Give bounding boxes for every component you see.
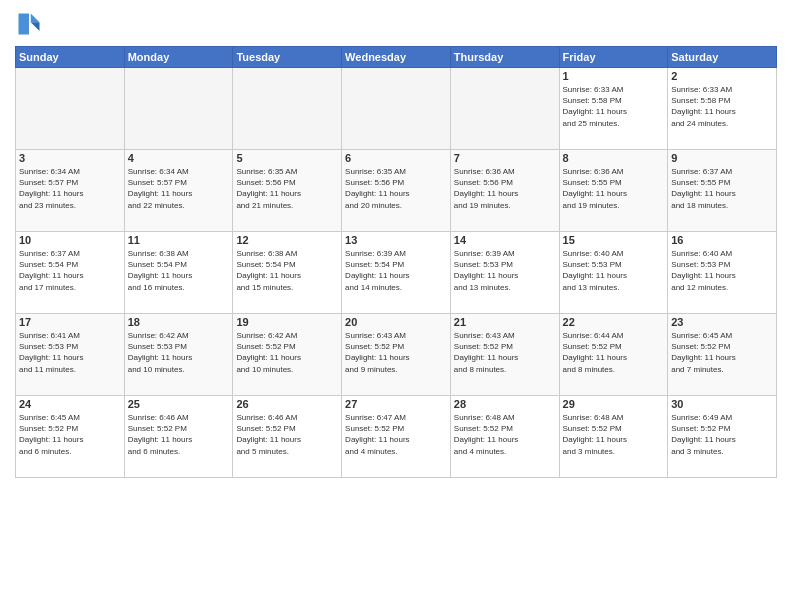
weekday-header-friday: Friday — [559, 47, 668, 68]
day-info: Sunrise: 6:47 AM Sunset: 5:52 PM Dayligh… — [345, 412, 447, 457]
day-number: 15 — [563, 234, 665, 246]
calendar-cell: 16Sunrise: 6:40 AM Sunset: 5:53 PM Dayli… — [668, 232, 777, 314]
calendar-cell: 11Sunrise: 6:38 AM Sunset: 5:54 PM Dayli… — [124, 232, 233, 314]
day-info: Sunrise: 6:38 AM Sunset: 5:54 PM Dayligh… — [236, 248, 338, 293]
day-info: Sunrise: 6:46 AM Sunset: 5:52 PM Dayligh… — [236, 412, 338, 457]
day-number: 26 — [236, 398, 338, 410]
day-number: 22 — [563, 316, 665, 328]
svg-marker-2 — [31, 22, 40, 31]
weekday-header-monday: Monday — [124, 47, 233, 68]
day-info: Sunrise: 6:49 AM Sunset: 5:52 PM Dayligh… — [671, 412, 773, 457]
logo — [15, 10, 47, 38]
day-info: Sunrise: 6:43 AM Sunset: 5:52 PM Dayligh… — [454, 330, 556, 375]
week-row-2: 3Sunrise: 6:34 AM Sunset: 5:57 PM Daylig… — [16, 150, 777, 232]
logo-icon — [15, 10, 43, 38]
day-number: 28 — [454, 398, 556, 410]
day-number: 3 — [19, 152, 121, 164]
weekday-header-saturday: Saturday — [668, 47, 777, 68]
day-info: Sunrise: 6:33 AM Sunset: 5:58 PM Dayligh… — [563, 84, 665, 129]
day-number: 11 — [128, 234, 230, 246]
day-number: 24 — [19, 398, 121, 410]
day-number: 10 — [19, 234, 121, 246]
day-number: 6 — [345, 152, 447, 164]
page-container: SundayMondayTuesdayWednesdayThursdayFrid… — [0, 0, 792, 612]
calendar-cell: 27Sunrise: 6:47 AM Sunset: 5:52 PM Dayli… — [342, 396, 451, 478]
calendar-cell: 30Sunrise: 6:49 AM Sunset: 5:52 PM Dayli… — [668, 396, 777, 478]
svg-rect-3 — [19, 14, 30, 35]
day-number: 29 — [563, 398, 665, 410]
calendar-cell — [16, 68, 125, 150]
day-info: Sunrise: 6:40 AM Sunset: 5:53 PM Dayligh… — [671, 248, 773, 293]
week-row-4: 17Sunrise: 6:41 AM Sunset: 5:53 PM Dayli… — [16, 314, 777, 396]
day-info: Sunrise: 6:46 AM Sunset: 5:52 PM Dayligh… — [128, 412, 230, 457]
calendar-cell: 17Sunrise: 6:41 AM Sunset: 5:53 PM Dayli… — [16, 314, 125, 396]
calendar-cell: 15Sunrise: 6:40 AM Sunset: 5:53 PM Dayli… — [559, 232, 668, 314]
calendar-cell: 24Sunrise: 6:45 AM Sunset: 5:52 PM Dayli… — [16, 396, 125, 478]
day-info: Sunrise: 6:34 AM Sunset: 5:57 PM Dayligh… — [128, 166, 230, 211]
calendar-cell: 23Sunrise: 6:45 AM Sunset: 5:52 PM Dayli… — [668, 314, 777, 396]
day-info: Sunrise: 6:37 AM Sunset: 5:55 PM Dayligh… — [671, 166, 773, 211]
calendar-cell: 19Sunrise: 6:42 AM Sunset: 5:52 PM Dayli… — [233, 314, 342, 396]
calendar-cell: 14Sunrise: 6:39 AM Sunset: 5:53 PM Dayli… — [450, 232, 559, 314]
day-number: 4 — [128, 152, 230, 164]
calendar-cell: 28Sunrise: 6:48 AM Sunset: 5:52 PM Dayli… — [450, 396, 559, 478]
day-number: 12 — [236, 234, 338, 246]
calendar-cell: 26Sunrise: 6:46 AM Sunset: 5:52 PM Dayli… — [233, 396, 342, 478]
calendar-cell: 12Sunrise: 6:38 AM Sunset: 5:54 PM Dayli… — [233, 232, 342, 314]
day-info: Sunrise: 6:39 AM Sunset: 5:54 PM Dayligh… — [345, 248, 447, 293]
day-number: 23 — [671, 316, 773, 328]
day-number: 1 — [563, 70, 665, 82]
calendar-cell: 5Sunrise: 6:35 AM Sunset: 5:56 PM Daylig… — [233, 150, 342, 232]
day-info: Sunrise: 6:35 AM Sunset: 5:56 PM Dayligh… — [345, 166, 447, 211]
day-number: 16 — [671, 234, 773, 246]
calendar-cell — [342, 68, 451, 150]
calendar-cell — [450, 68, 559, 150]
calendar-cell: 20Sunrise: 6:43 AM Sunset: 5:52 PM Dayli… — [342, 314, 451, 396]
calendar-cell — [233, 68, 342, 150]
week-row-3: 10Sunrise: 6:37 AM Sunset: 5:54 PM Dayli… — [16, 232, 777, 314]
day-number: 13 — [345, 234, 447, 246]
calendar-cell: 22Sunrise: 6:44 AM Sunset: 5:52 PM Dayli… — [559, 314, 668, 396]
day-number: 20 — [345, 316, 447, 328]
calendar-cell: 3Sunrise: 6:34 AM Sunset: 5:57 PM Daylig… — [16, 150, 125, 232]
calendar-cell: 8Sunrise: 6:36 AM Sunset: 5:55 PM Daylig… — [559, 150, 668, 232]
day-info: Sunrise: 6:42 AM Sunset: 5:53 PM Dayligh… — [128, 330, 230, 375]
day-number: 19 — [236, 316, 338, 328]
day-number: 7 — [454, 152, 556, 164]
calendar-cell: 13Sunrise: 6:39 AM Sunset: 5:54 PM Dayli… — [342, 232, 451, 314]
calendar-cell: 29Sunrise: 6:48 AM Sunset: 5:52 PM Dayli… — [559, 396, 668, 478]
svg-marker-1 — [31, 14, 40, 23]
weekday-header-sunday: Sunday — [16, 47, 125, 68]
day-info: Sunrise: 6:36 AM Sunset: 5:56 PM Dayligh… — [454, 166, 556, 211]
day-info: Sunrise: 6:40 AM Sunset: 5:53 PM Dayligh… — [563, 248, 665, 293]
weekday-header-thursday: Thursday — [450, 47, 559, 68]
day-number: 8 — [563, 152, 665, 164]
day-number: 27 — [345, 398, 447, 410]
day-info: Sunrise: 6:39 AM Sunset: 5:53 PM Dayligh… — [454, 248, 556, 293]
day-info: Sunrise: 6:41 AM Sunset: 5:53 PM Dayligh… — [19, 330, 121, 375]
day-info: Sunrise: 6:35 AM Sunset: 5:56 PM Dayligh… — [236, 166, 338, 211]
calendar-cell: 9Sunrise: 6:37 AM Sunset: 5:55 PM Daylig… — [668, 150, 777, 232]
day-info: Sunrise: 6:37 AM Sunset: 5:54 PM Dayligh… — [19, 248, 121, 293]
week-row-1: 1Sunrise: 6:33 AM Sunset: 5:58 PM Daylig… — [16, 68, 777, 150]
day-info: Sunrise: 6:43 AM Sunset: 5:52 PM Dayligh… — [345, 330, 447, 375]
calendar-cell: 21Sunrise: 6:43 AM Sunset: 5:52 PM Dayli… — [450, 314, 559, 396]
week-row-5: 24Sunrise: 6:45 AM Sunset: 5:52 PM Dayli… — [16, 396, 777, 478]
day-info: Sunrise: 6:45 AM Sunset: 5:52 PM Dayligh… — [671, 330, 773, 375]
day-info: Sunrise: 6:36 AM Sunset: 5:55 PM Dayligh… — [563, 166, 665, 211]
weekday-header-tuesday: Tuesday — [233, 47, 342, 68]
calendar-cell: 10Sunrise: 6:37 AM Sunset: 5:54 PM Dayli… — [16, 232, 125, 314]
header — [15, 10, 777, 38]
day-info: Sunrise: 6:33 AM Sunset: 5:58 PM Dayligh… — [671, 84, 773, 129]
day-info: Sunrise: 6:34 AM Sunset: 5:57 PM Dayligh… — [19, 166, 121, 211]
day-info: Sunrise: 6:48 AM Sunset: 5:52 PM Dayligh… — [563, 412, 665, 457]
day-info: Sunrise: 6:44 AM Sunset: 5:52 PM Dayligh… — [563, 330, 665, 375]
weekday-header-row: SundayMondayTuesdayWednesdayThursdayFrid… — [16, 47, 777, 68]
day-number: 14 — [454, 234, 556, 246]
calendar-cell: 25Sunrise: 6:46 AM Sunset: 5:52 PM Dayli… — [124, 396, 233, 478]
day-number: 21 — [454, 316, 556, 328]
calendar-cell: 1Sunrise: 6:33 AM Sunset: 5:58 PM Daylig… — [559, 68, 668, 150]
day-info: Sunrise: 6:42 AM Sunset: 5:52 PM Dayligh… — [236, 330, 338, 375]
calendar-cell: 4Sunrise: 6:34 AM Sunset: 5:57 PM Daylig… — [124, 150, 233, 232]
day-number: 30 — [671, 398, 773, 410]
